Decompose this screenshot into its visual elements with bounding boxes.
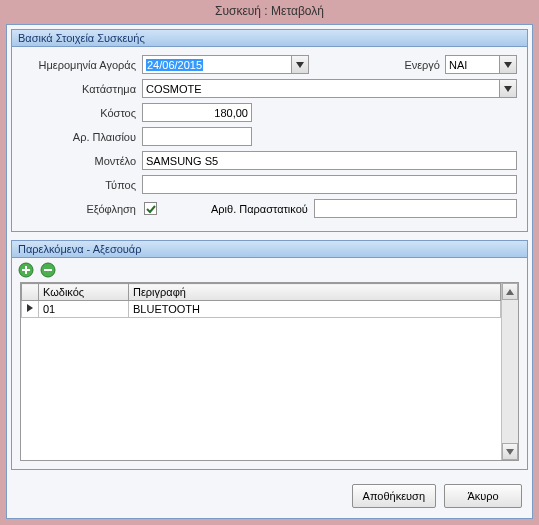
col-header-description[interactable]: Περιγραφή bbox=[129, 284, 501, 301]
cell-description[interactable]: BLUETOOTH bbox=[129, 301, 501, 318]
scroll-track[interactable] bbox=[502, 300, 518, 443]
accessories-panel: Παρελκόμενα - Αξεσουάρ bbox=[11, 240, 528, 470]
remove-row-button[interactable] bbox=[40, 262, 56, 278]
purchase-date-field[interactable]: 24/06/2015 bbox=[142, 55, 309, 74]
paid-off-label: Εξόφληση bbox=[22, 203, 140, 215]
active-value[interactable] bbox=[445, 55, 500, 74]
add-row-button[interactable] bbox=[18, 262, 34, 278]
basic-info-panel: Βασικά Στοιχεία Συσκευής Ημερομηνία Αγορ… bbox=[11, 29, 528, 232]
cancel-button[interactable]: Άκυρο bbox=[444, 484, 522, 508]
accessories-grid-container: Κωδικός Περιγραφή 01 bbox=[20, 282, 519, 461]
accessories-header: Παρελκόμενα - Αξεσουάρ bbox=[11, 240, 528, 258]
check-icon bbox=[146, 204, 156, 214]
basic-info-header: Βασικά Στοιχεία Συσκευής bbox=[11, 29, 528, 47]
minus-icon bbox=[40, 262, 56, 278]
chassis-no-label: Αρ. Πλαισίου bbox=[22, 131, 140, 143]
basic-info-body: Ημερομηνία Αγοράς 24/06/2015 Ενεργό bbox=[11, 47, 528, 232]
type-label: Τύπος bbox=[22, 179, 140, 191]
store-value[interactable] bbox=[142, 79, 500, 98]
vertical-scrollbar[interactable] bbox=[501, 283, 518, 460]
accessories-body: Κωδικός Περιγραφή 01 bbox=[11, 258, 528, 470]
cell-code[interactable]: 01 bbox=[39, 301, 129, 318]
plus-icon bbox=[18, 262, 34, 278]
type-input[interactable] bbox=[142, 175, 517, 194]
purchase-date-value: 24/06/2015 bbox=[146, 59, 203, 71]
active-label: Ενεργό bbox=[311, 59, 443, 71]
store-dropdown-btn[interactable] bbox=[500, 79, 517, 98]
content-area: Βασικά Στοιχεία Συσκευής Ημερομηνία Αγορ… bbox=[6, 24, 533, 519]
receipt-no-label: Αριθ. Παραστατικού bbox=[211, 203, 312, 215]
receipt-no-input[interactable] bbox=[314, 199, 517, 218]
grid-corner bbox=[22, 284, 39, 301]
chevron-down-icon bbox=[296, 62, 304, 68]
paid-off-checkbox[interactable] bbox=[144, 202, 157, 215]
table-row[interactable]: 01 BLUETOOTH bbox=[22, 301, 501, 318]
store-field[interactable] bbox=[142, 79, 517, 98]
accessories-grid[interactable]: Κωδικός Περιγραφή 01 bbox=[20, 282, 519, 461]
purchase-date-dropdown-btn[interactable] bbox=[292, 55, 309, 74]
chevron-up-icon bbox=[506, 289, 514, 295]
model-label: Μοντέλο bbox=[22, 155, 140, 167]
scroll-down-button[interactable] bbox=[502, 443, 518, 460]
save-button[interactable]: Αποθήκευση bbox=[352, 484, 436, 508]
cost-label: Κόστος bbox=[22, 107, 140, 119]
col-header-code[interactable]: Κωδικός bbox=[39, 284, 129, 301]
window-title: Συσκευή : Μεταβολή bbox=[0, 0, 539, 24]
chevron-down-icon bbox=[506, 449, 514, 455]
device-edit-window: Συσκευή : Μεταβολή Βασικά Στοιχεία Συσκε… bbox=[0, 0, 539, 525]
purchase-date-label: Ημερομηνία Αγοράς bbox=[22, 59, 140, 71]
chassis-no-input[interactable] bbox=[142, 127, 252, 146]
scroll-up-button[interactable] bbox=[502, 283, 518, 300]
accessories-toolbar bbox=[12, 258, 527, 282]
chevron-down-icon bbox=[504, 86, 512, 92]
row-indicator bbox=[22, 301, 39, 318]
triangle-right-icon bbox=[26, 303, 34, 313]
active-dropdown-btn[interactable] bbox=[500, 55, 517, 74]
chevron-down-icon bbox=[504, 62, 512, 68]
cost-input[interactable] bbox=[142, 103, 252, 122]
store-label: Κατάστημα bbox=[22, 83, 140, 95]
model-input[interactable] bbox=[142, 151, 517, 170]
active-field[interactable] bbox=[445, 55, 517, 74]
dialog-buttons: Αποθήκευση Άκυρο bbox=[7, 474, 532, 518]
